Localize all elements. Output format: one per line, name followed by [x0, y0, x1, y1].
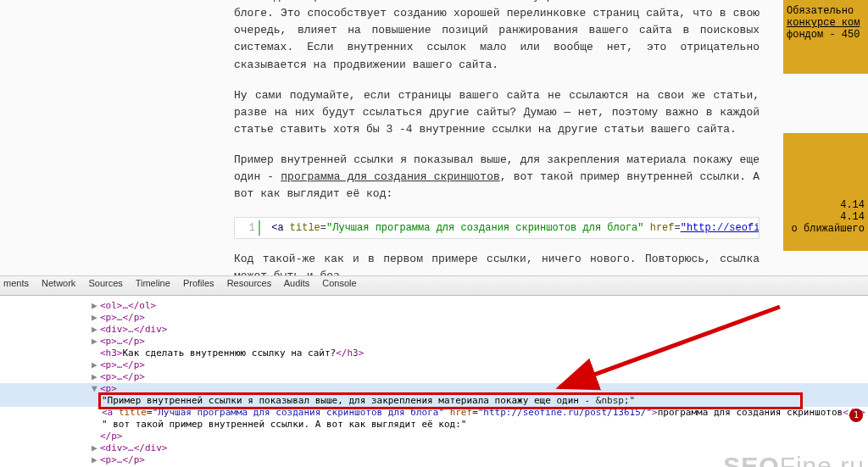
- dom-node[interactable]: <p>…</p>: [100, 371, 145, 382]
- dom-node[interactable]: <p>…</p>: [100, 336, 145, 347]
- text: 4.14: [787, 199, 865, 211]
- tab-audits[interactable]: Audits: [284, 278, 310, 288]
- dom-node[interactable]: <ol>…</ol>: [100, 300, 156, 311]
- dom-anchor-node[interactable]: <a title="Лучшая программа для создания …: [81, 407, 865, 419]
- disclosure-triangle-icon[interactable]: ▶: [92, 454, 100, 466]
- dom-node[interactable]: <h3>: [100, 347, 123, 359]
- dom-tag: <a: [102, 407, 119, 418]
- text: Обязательно: [787, 5, 865, 17]
- text: 4.14: [787, 211, 865, 223]
- dom-tree[interactable]: ▶<ol>…</ol> ▶<p>…</p> ▶<div>…</div> ▶<p>…: [81, 300, 865, 467]
- dom-string: "http://seofine.ru/post/13615/": [478, 407, 652, 418]
- dom-node[interactable]: <div>…</div>: [100, 324, 167, 335]
- text: SEO: [723, 452, 779, 467]
- dom-entity: &nbsp;: [596, 395, 630, 406]
- dom-node[interactable]: </p>: [100, 431, 123, 442]
- sidebar-widget: 4.14 4.14 о ближайшего: [783, 133, 868, 251]
- disclosure-triangle-icon[interactable]: ▶: [92, 359, 100, 371]
- dom-node[interactable]: <p>…</p>: [100, 312, 145, 323]
- dom-attr: title: [119, 407, 147, 418]
- text: фондом - 450: [787, 29, 865, 41]
- disclosure-triangle-icon[interactable]: ▼: [92, 383, 100, 395]
- dom-text: программа для создания скриншотов: [658, 407, 843, 418]
- tab-resources[interactable]: Resources: [227, 278, 272, 288]
- dom-text: " вот такой пример внутренней ссылки. А …: [102, 419, 466, 430]
- watermark-logo: SEOFine.ru: [723, 460, 865, 467]
- text: Fine.ru: [780, 452, 865, 467]
- dom-node[interactable]: <p>: [100, 383, 117, 394]
- disclosure-triangle-icon[interactable]: ▶: [92, 336, 100, 347]
- dom-tag: >: [652, 407, 658, 418]
- paragraph: Код такой-же как и в первом примере ссыл…: [234, 251, 760, 275]
- devtools-elements-panel[interactable]: ▶<ol>…</ol> ▶<p>…</p> ▶<div>…</div> ▶<p>…: [0, 296, 868, 467]
- dom-attr: href: [450, 407, 473, 418]
- disclosure-triangle-icon[interactable]: ▶: [92, 324, 100, 336]
- code-string: "Лучшая программа для создания скриншото…: [326, 222, 643, 234]
- tab-console[interactable]: Console: [322, 278, 356, 288]
- dom-string: "Лучшая программа для создания скриншото…: [153, 407, 444, 418]
- paragraph: Я всегда стараюсь как можно больше стави…: [234, 0, 760, 74]
- dom-node: </h3>: [336, 347, 364, 359]
- tab-sources[interactable]: Sources: [88, 278, 122, 288]
- disclosure-triangle-icon[interactable]: ▶: [92, 312, 100, 324]
- code-attr: href: [650, 222, 675, 234]
- tab-profiles[interactable]: Profiles: [183, 278, 214, 288]
- devtools-tabbar[interactable]: ments Network Sources Timeline Profiles …: [0, 275, 868, 296]
- dom-text: Как сделать внутреннюю ссылку на сайт?: [123, 347, 337, 359]
- sidebar-link[interactable]: конкурсе ком: [787, 17, 860, 29]
- code-sample: 1 <a title="Лучшая программа для создани…: [234, 217, 760, 240]
- tab-network[interactable]: Network: [42, 278, 75, 288]
- dom-node[interactable]: <p>…</p>: [100, 454, 145, 465]
- tab-timeline[interactable]: Timeline: [136, 278, 170, 288]
- code-url: "http://seofine.ru/po: [681, 222, 760, 234]
- code-tag: <a: [271, 222, 290, 234]
- dom-node[interactable]: <p>…</p>: [100, 359, 145, 370]
- code-attr: title: [290, 222, 320, 234]
- disclosure-triangle-icon[interactable]: ▶: [92, 300, 100, 312]
- tab-elements[interactable]: ments: [3, 278, 29, 288]
- sidebar: Обязательно конкурсе ком фондом - 450 4.…: [783, 0, 868, 251]
- dom-text: "Пример внутренней ссылки я показывал вы…: [102, 395, 590, 406]
- dom-node[interactable]: <div>…</div>: [100, 442, 167, 453]
- browser-content: Я всегда стараюсь как можно больше стави…: [0, 0, 868, 275]
- disclosure-triangle-icon[interactable]: ▶: [92, 442, 100, 454]
- article-body: Я всегда стараюсь как можно больше стави…: [234, 0, 760, 275]
- paragraph: Пример внутренней ссылки я показывал выш…: [234, 152, 760, 203]
- sidebar-widget: Обязательно конкурсе ком фондом - 450: [783, 0, 868, 74]
- inline-link[interactable]: программа для создания скриншотов: [281, 170, 499, 183]
- disclosure-triangle-icon[interactable]: ▶: [92, 371, 100, 383]
- text: о ближайшего: [787, 223, 865, 235]
- annotation-badge: 1: [849, 409, 863, 422]
- paragraph: Ну сами подумайте, если страницы вашего …: [234, 87, 760, 138]
- line-number: 1: [240, 220, 260, 236]
